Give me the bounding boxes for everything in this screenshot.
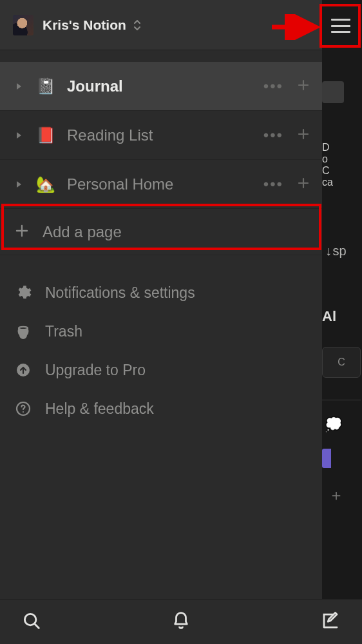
util-label: Upgrade to Pro bbox=[45, 362, 146, 379]
page-actions-icon[interactable]: ••• bbox=[263, 77, 283, 95]
tag-purple-peek bbox=[322, 449, 331, 468]
add-subpage-icon[interactable] bbox=[296, 176, 310, 193]
search-tab[interactable] bbox=[22, 611, 41, 633]
add-subpage-icon[interactable] bbox=[296, 127, 310, 144]
page-label: Personal Home bbox=[67, 175, 261, 193]
help-icon bbox=[14, 401, 32, 416]
page-icon: 📕 bbox=[36, 126, 55, 144]
page-actions-icon[interactable]: ••• bbox=[263, 175, 283, 193]
sidebar-item-journal[interactable]: 📓 Journal ••• bbox=[0, 62, 322, 111]
page-label: Journal bbox=[67, 77, 261, 95]
util-label: Help & feedback bbox=[45, 400, 154, 418]
avatar bbox=[13, 15, 33, 35]
page-label: Reading List bbox=[67, 126, 261, 144]
notifications-settings-button[interactable]: Notifications & settings bbox=[0, 273, 322, 312]
search-box-peek[interactable]: C bbox=[322, 347, 361, 378]
workspace-name: Kris's Notion bbox=[43, 17, 126, 33]
trash-icon bbox=[14, 324, 32, 339]
svg-point-3 bbox=[23, 411, 24, 413]
util-label: Trash bbox=[45, 323, 82, 340]
compose-tab[interactable] bbox=[321, 611, 340, 633]
add-subpage-icon[interactable] bbox=[296, 78, 310, 95]
workspace-header[interactable]: Kris's Notion bbox=[0, 0, 322, 50]
trash-button[interactable]: Trash bbox=[0, 312, 322, 351]
utilities: Notifications & settings Trash Upgrade t… bbox=[0, 255, 322, 428]
expand-caret-icon[interactable] bbox=[12, 128, 26, 142]
section-heading-peek: Al bbox=[322, 308, 336, 325]
page-body-peek: D o C ca bbox=[322, 142, 333, 188]
expand-caret-icon[interactable] bbox=[12, 177, 26, 191]
svg-line-6 bbox=[35, 623, 39, 628]
plus-icon bbox=[14, 223, 30, 241]
page-emoji-peek bbox=[322, 81, 344, 103]
main-content-peek: D o C ca ↓ sp Al C 💭 ＋ bbox=[322, 0, 362, 644]
sidebar: Kris's Notion 📓 Journal ••• 📕 Reading Li… bbox=[0, 0, 322, 644]
divider bbox=[322, 400, 361, 400]
upgrade-button[interactable]: Upgrade to Pro bbox=[0, 351, 322, 389]
bottom-tab-bar bbox=[0, 599, 362, 644]
thought-bubble-icon: 💭 bbox=[325, 416, 342, 433]
gear-icon bbox=[14, 284, 32, 301]
help-button[interactable]: Help & feedback bbox=[0, 389, 322, 428]
notifications-tab[interactable] bbox=[171, 611, 191, 633]
page-list: 📓 Journal ••• 📕 Reading List ••• 🏡 Perso… bbox=[0, 50, 322, 255]
add-page-button[interactable]: Add a page bbox=[0, 209, 322, 255]
expand-caret-icon[interactable] bbox=[12, 79, 26, 93]
add-page-label: Add a page bbox=[43, 223, 122, 241]
page-icon: 🏡 bbox=[36, 175, 55, 193]
sidebar-item-reading-list[interactable]: 📕 Reading List ••• bbox=[0, 111, 322, 160]
hamburger-icon bbox=[331, 19, 350, 33]
page-icon: 📓 bbox=[36, 77, 55, 95]
add-row-icon[interactable]: ＋ bbox=[329, 485, 344, 505]
workspace-switcher-icon[interactable] bbox=[133, 19, 142, 31]
menu-button[interactable] bbox=[322, 4, 359, 48]
sidebar-item-personal-home[interactable]: 🏡 Personal Home ••• bbox=[0, 160, 322, 209]
svg-point-0 bbox=[19, 327, 28, 329]
down-arrow-icon: ↓ sp bbox=[325, 244, 347, 259]
util-label: Notifications & settings bbox=[45, 284, 195, 302]
page-actions-icon[interactable]: ••• bbox=[263, 126, 283, 144]
upgrade-icon bbox=[14, 362, 32, 378]
